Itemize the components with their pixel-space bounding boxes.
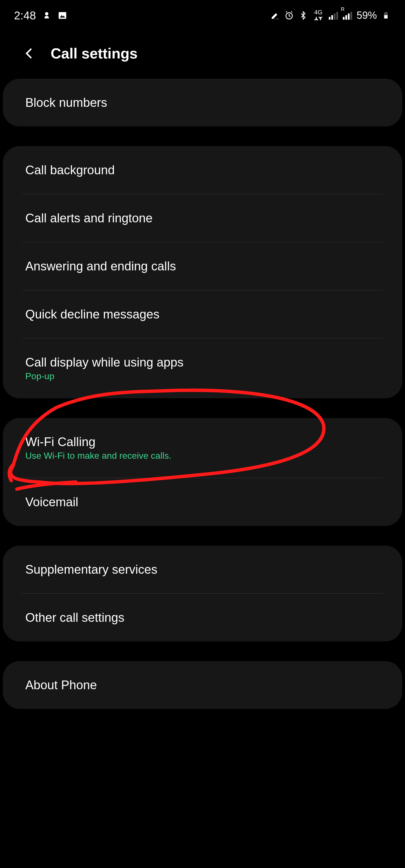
setting-title: About Phone [25, 678, 380, 692]
setting-subtitle: Use Wi-Fi to make and receive calls. [25, 451, 380, 461]
status-bar: 2:48 4G R 59% [0, 0, 405, 31]
setting-call-alerts[interactable]: Call alerts and ringtone [3, 194, 402, 242]
setting-title: Call alerts and ringtone [25, 211, 380, 225]
network-4g-icon: 4G [312, 10, 324, 21]
settings-group: Block numbers [3, 79, 402, 126]
settings-content: Block numbers Call background Call alert… [0, 79, 405, 709]
setting-subtitle: Pop-up [25, 371, 380, 381]
setting-title: Other call settings [25, 611, 380, 625]
status-right: 4G R 59% [270, 9, 391, 21]
status-left: 2:48 [14, 9, 67, 22]
setting-title: Block numbers [25, 96, 380, 110]
setting-block-numbers[interactable]: Block numbers [3, 79, 402, 126]
settings-group: Wi-Fi Calling Use Wi-Fi to make and rece… [3, 418, 402, 526]
svg-rect-6 [384, 15, 387, 19]
alarm-icon [284, 10, 294, 21]
bluetooth-icon [298, 10, 308, 21]
setting-quick-decline[interactable]: Quick decline messages [3, 290, 402, 338]
settings-group: Supplementary services Other call settin… [3, 546, 402, 642]
back-icon[interactable] [23, 46, 36, 60]
setting-call-display-apps[interactable]: Call display while using apps Pop-up [3, 338, 402, 398]
svg-rect-5 [385, 12, 387, 13]
setting-supplementary[interactable]: Supplementary services [3, 546, 402, 593]
app-notification-icon [41, 10, 52, 21]
page-title: Call settings [51, 45, 138, 62]
settings-group: Call background Call alerts and ringtone… [3, 146, 402, 398]
setting-answering-ending[interactable]: Answering and ending calls [3, 242, 402, 290]
setting-title: Wi-Fi Calling [25, 435, 380, 449]
setting-title: Call display while using apps [25, 355, 380, 369]
header: Call settings [0, 31, 405, 79]
svg-rect-1 [58, 12, 66, 19]
svg-point-0 [45, 12, 48, 16]
setting-other-call[interactable]: Other call settings [3, 594, 402, 642]
status-time: 2:48 [14, 9, 36, 22]
setting-title: Supplementary services [25, 562, 380, 577]
network-label: 4G [314, 9, 322, 16]
gallery-notification-icon [57, 10, 67, 21]
battery-percent: 59% [357, 9, 377, 21]
setting-call-background[interactable]: Call background [3, 146, 402, 194]
setting-about-phone[interactable]: About Phone [3, 661, 402, 709]
roaming-label: R [341, 6, 345, 12]
setting-wifi-calling[interactable]: Wi-Fi Calling Use Wi-Fi to make and rece… [3, 418, 402, 478]
setting-title: Quick decline messages [25, 307, 380, 321]
setting-title: Voicemail [25, 495, 380, 509]
setting-voicemail[interactable]: Voicemail [3, 478, 402, 526]
signal-2-icon: R [343, 10, 353, 21]
settings-group: About Phone [3, 661, 402, 709]
edit-icon [270, 10, 280, 21]
signal-1-icon [328, 10, 339, 21]
setting-title: Answering and ending calls [25, 259, 380, 273]
battery-icon [381, 10, 391, 21]
setting-title: Call background [25, 163, 380, 177]
